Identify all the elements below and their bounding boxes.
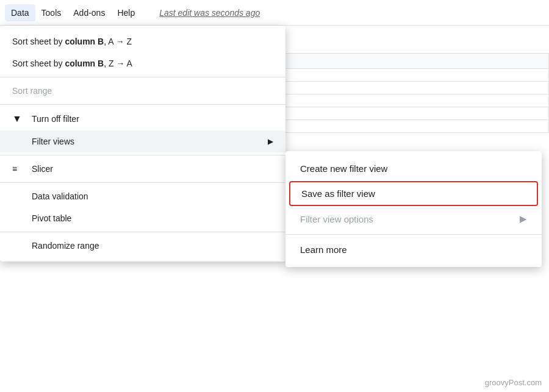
randomize-range-label: Randomize range [32, 241, 99, 251]
sort-za-label: Sort sheet by column B, Z → A [12, 59, 132, 68]
data-validation-label: Data validation [32, 191, 88, 201]
sort-range-label: Sort range [12, 86, 52, 96]
divider-4 [0, 182, 285, 183]
divider-3 [0, 155, 285, 155]
divider-2 [0, 104, 285, 105]
learn-more-option[interactable]: Learn more [285, 237, 542, 262]
filter-views-arrow: ▶ [268, 137, 273, 146]
filter-view-options-arrow: ▶ [520, 213, 527, 224]
pivot-table-option[interactable]: Pivot table [0, 207, 285, 229]
pivot-table-label: Pivot table [32, 213, 71, 223]
filter-icon: ▼ [12, 113, 24, 124]
create-new-filter-view-label: Create new filter view [300, 163, 387, 174]
submenu-divider [285, 234, 542, 235]
create-new-filter-view-option[interactable]: Create new filter view [285, 156, 542, 181]
slicer-option[interactable]: ≡ Slicer [0, 158, 285, 180]
save-as-filter-view-option[interactable]: Save as filter view [289, 181, 538, 206]
sort-az-label: Sort sheet by column B, A → Z [12, 37, 132, 46]
sort-za-option[interactable]: Sort sheet by column B, Z → A [0, 52, 285, 74]
menu-data[interactable]: Data [5, 4, 35, 21]
turn-off-filter-label: Turn off filter [32, 114, 79, 124]
filter-views-option[interactable]: Filter views ▶ [0, 130, 285, 152]
sort-az-option[interactable]: Sort sheet by column B, A → Z [0, 30, 285, 52]
filter-view-options-label: Filter view options [300, 214, 373, 224]
filter-views-submenu: Create new filter view Save as filter vi… [285, 151, 542, 267]
slicer-label: Slicer [32, 164, 53, 174]
data-menu: Sort sheet by column B, A → Z Sort sheet… [0, 26, 285, 262]
menu-help[interactable]: Help [111, 4, 141, 21]
filter-views-label: Filter views [32, 137, 74, 146]
divider-1 [0, 77, 285, 77]
slicer-icon: ≡ [12, 164, 24, 174]
turn-off-filter-option[interactable]: ▼ Turn off filter [0, 107, 285, 130]
filter-view-options-option: Filter view options ▶ [285, 206, 542, 232]
menu-tools[interactable]: Tools [35, 4, 68, 21]
sort-range-option: Sort range [0, 80, 285, 102]
randomize-range-option[interactable]: Randomize range [0, 235, 285, 257]
divider-5 [0, 232, 285, 232]
menu-bar: Data Tools Add-ons Help Last edit was se… [0, 0, 549, 26]
save-as-filter-view-label: Save as filter view [301, 188, 375, 199]
learn-more-label: Learn more [300, 244, 347, 255]
menu-addons[interactable]: Add-ons [67, 4, 111, 21]
last-edit-label: Last edit was seconds ago [153, 4, 266, 21]
watermark: groovyPost.com [485, 378, 542, 387]
data-validation-option[interactable]: Data validation [0, 185, 285, 207]
